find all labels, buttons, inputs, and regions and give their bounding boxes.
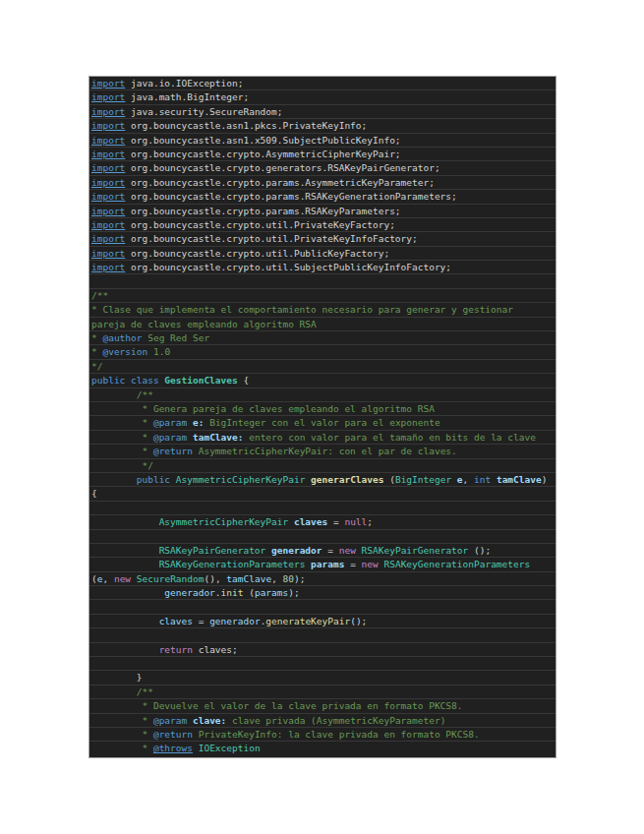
code-token-plain: org.bouncycastle.asn1.pkcs.PrivateKeyInf… [125, 120, 367, 131]
code-token-var: params [255, 587, 288, 598]
code-token-plain: org.bouncycastle.crypto.util.SubjectPubl… [125, 262, 451, 272]
code-token-plain: ( [243, 587, 254, 598]
code-line: * @param clave: clave privada (Asymmetri… [89, 714, 556, 728]
code-token-kw: public [137, 474, 176, 485]
code-token-kw: import [91, 219, 125, 230]
code-line: import org.bouncycastle.crypto.generator… [89, 161, 556, 175]
code-token-comment: * [91, 446, 153, 456]
code-token-var: claves [159, 616, 193, 626]
code-token-plain [91, 516, 159, 527]
code-token-plain: org.bouncycastle.crypto.generators.RSAKe… [125, 162, 439, 173]
code-token-plain: org.bouncycastle.crypto.util.PrivateKeyI… [125, 233, 417, 244]
code-token-kw: import [91, 106, 125, 117]
code-line: import org.bouncycastle.crypto.util.Priv… [89, 232, 556, 246]
code-token-plain [91, 644, 159, 655]
code-line: import org.bouncycastle.crypto.Asymmetri… [89, 148, 556, 161]
code-token-ctrl: new [114, 573, 131, 584]
code-token-plain [91, 545, 159, 556]
code-token-plain: = [193, 616, 209, 626]
code-token-plain: claves; [193, 644, 238, 655]
code-token-plain: (); [350, 616, 367, 626]
code-token-kw: @param [153, 715, 187, 726]
code-line [89, 530, 556, 544]
code-line: import org.bouncycastle.crypto.util.Priv… [89, 218, 556, 232]
code-token-kw: import [91, 191, 125, 202]
code-line: */ [89, 459, 556, 473]
code-token-var: claves [294, 516, 327, 527]
code-token-plain [91, 587, 164, 598]
code-line: (e, new SecureRandom(), tamClave, 80); [89, 572, 556, 586]
code-line [89, 657, 556, 671]
code-token-kw: import [91, 206, 125, 216]
code-token-kw: import [91, 149, 125, 159]
code-line: * Clase que implementa el comportamiento… [89, 303, 556, 317]
code-token-comment: * Clase que implementa el comportamiento… [91, 304, 513, 315]
code-token-type: GestionClaves [164, 375, 237, 386]
code-token-var: tamClave [226, 573, 271, 584]
code-token-plain: , [271, 573, 282, 584]
code-line: RSAKeyPairGenerator generador = new RSAK… [89, 544, 556, 558]
code-token-kw: @return [153, 446, 193, 456]
code-token-plain: org.bouncycastle.crypto.AsymmetricCipher… [125, 149, 400, 159]
code-token-kw: import [91, 78, 125, 89]
code-token-var: generador [164, 587, 214, 598]
code-token-plain: java.io.IOException; [125, 78, 243, 89]
code-token-type: RSAKeyPairGenerator [362, 545, 469, 556]
code-token-type: RSAKeyGenerationParameters [383, 559, 530, 569]
code-token-kw: int [474, 474, 497, 485]
code-line: import java.security.SecureRandom; [89, 105, 556, 119]
code-line: * @return AsymmetricCipherKeyPair: con e… [89, 445, 556, 458]
code-token-comment: * [91, 743, 153, 753]
code-token-type: AsymmetricCipherKeyPair [159, 516, 294, 527]
code-token-var: tamClave: [193, 432, 243, 443]
code-token-plain: java.security.SecureRandom; [125, 106, 282, 117]
code-token-kw: import [91, 233, 125, 244]
code-token-plain: org.bouncycastle.crypto.params.RSAKeyGen… [125, 191, 456, 202]
code-token-type: AsymmetricCipherKeyPair [176, 474, 311, 485]
code-token-comment: * [91, 715, 153, 726]
code-token-kw: import [91, 120, 125, 131]
code-token-comment: entero con valor para el tamaño en bits … [243, 432, 535, 443]
code-token-plain: , [102, 573, 113, 584]
code-token-plain [91, 474, 137, 485]
code-token-comment: * [91, 346, 102, 357]
code-token-kw: import [91, 135, 125, 146]
code-token-kw: @throws [153, 743, 193, 753]
code-token-comment: * [91, 332, 102, 343]
code-token-comment: */ [91, 361, 102, 372]
code-token-plain: (), [204, 573, 226, 584]
code-line: /** [89, 685, 556, 699]
code-token-plain: org.bouncycastle.crypto.params.RSAKeyPar… [125, 206, 400, 216]
code-token-kw: @param [153, 417, 187, 428]
code-token-type: IOException [199, 743, 261, 753]
code-line: /** [89, 388, 556, 402]
code-token-var: generador [209, 616, 260, 626]
code-token-kw: import [91, 162, 125, 173]
code-line: import org.bouncycastle.asn1.x509.Subjec… [89, 134, 556, 148]
code-line: import org.bouncycastle.crypto.params.RS… [89, 205, 556, 218]
code-line: * @param e: BigInteger con el valor para… [89, 416, 556, 430]
code-token-plain: org.bouncycastle.crypto.params.Asymmetri… [125, 177, 435, 188]
code-token-comment: /** [91, 686, 153, 697]
code-token-comment: * Devuelve el valor de la clave privada … [91, 700, 463, 711]
code-token-comment: * [91, 432, 153, 443]
code-token-type: RSAKeyGenerationParameters [159, 559, 311, 569]
code-line: import org.bouncycastle.asn1.pkcs.Privat… [89, 119, 556, 133]
code-token-kw: import [91, 262, 125, 272]
code-line: import org.bouncycastle.crypto.util.Publ… [89, 247, 556, 261]
code-line [89, 274, 556, 288]
code-token-kw: @version [102, 346, 147, 357]
code-token-kw: import [91, 248, 125, 259]
code-token-plain: } [91, 672, 142, 683]
code-token-ctrl: new [362, 559, 379, 569]
code-token-kw: public class [91, 375, 164, 386]
code-token-plain: ( [383, 474, 394, 485]
code-line: * @author Seg Red Ser [89, 331, 556, 345]
code-token-plain: ); [294, 573, 305, 584]
code-token-comment: */ [91, 460, 153, 471]
code-token-comment: /** [91, 290, 108, 301]
code-line: } [89, 671, 556, 685]
code-line: import java.io.IOException; [89, 77, 556, 90]
code-token-ctrl: null [344, 516, 367, 527]
code-token-type: RSAKeyPairGenerator [159, 545, 271, 556]
